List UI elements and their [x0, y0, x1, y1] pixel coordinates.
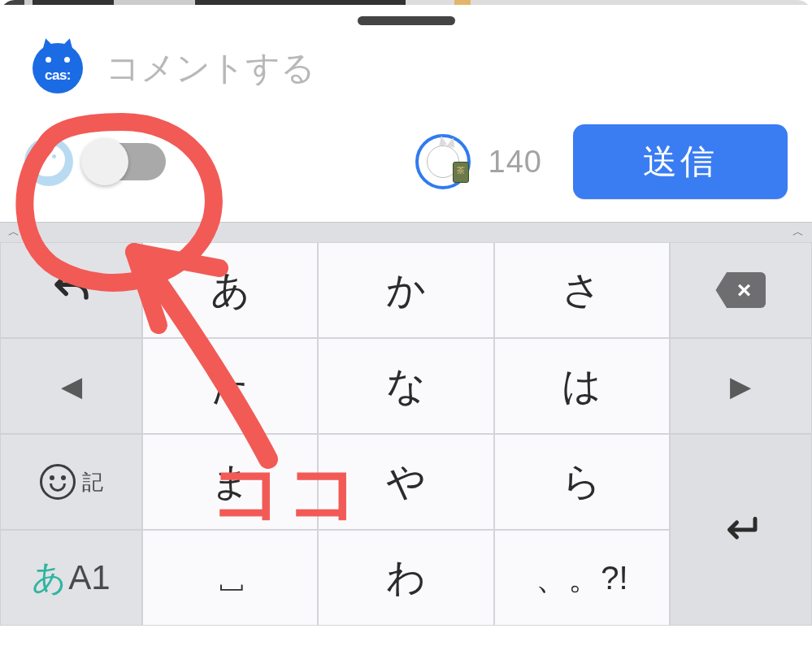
kb-expand-right-icon[interactable]: ︿ [792, 225, 804, 240]
space-icon: ⎵ [220, 556, 240, 600]
controls-row: 140 送信 [0, 118, 812, 222]
emoji-icon [40, 464, 76, 500]
key-undo[interactable] [0, 242, 142, 338]
comment-input[interactable] [106, 49, 779, 88]
key-a[interactable]: あ [142, 242, 318, 338]
key-input-mode[interactable]: あ A1 [0, 530, 142, 626]
key-backspace[interactable]: × [670, 242, 812, 338]
key-cursor-right[interactable]: ▶ [670, 338, 812, 434]
key-ma[interactable]: ま [142, 434, 318, 530]
twitter-share-icon [24, 137, 73, 186]
kb-expand-left-icon[interactable]: ︿ [8, 225, 20, 240]
status-bar-fragment [0, 0, 812, 5]
key-sa[interactable]: さ [494, 242, 670, 338]
backspace-icon: × [715, 272, 766, 308]
key-ta[interactable]: た [142, 338, 318, 434]
char-counter: 140 [489, 145, 542, 180]
tea-icon [453, 162, 469, 183]
key-ka[interactable]: か [318, 242, 493, 338]
key-emoji-symbol[interactable]: 記 [0, 434, 142, 530]
share-toggle[interactable] [85, 143, 166, 180]
key-emoji-sub: 記 [82, 468, 103, 496]
enter-icon [719, 508, 762, 552]
undo-icon [50, 268, 93, 312]
user-avatar-badge[interactable] [415, 134, 471, 189]
key-mode-a: あ [32, 555, 67, 600]
comment-input-row: cas: [0, 43, 812, 118]
send-button[interactable]: 送信 [573, 124, 788, 199]
key-ya[interactable]: や [318, 434, 493, 530]
toggle-knob [81, 138, 128, 185]
key-wa[interactable]: わ [318, 530, 493, 626]
app-avatar: cas: [33, 43, 83, 93]
key-punct[interactable]: 、。?! [494, 530, 670, 626]
key-mode-rest: A1 [68, 558, 110, 597]
key-enter[interactable] [670, 434, 812, 626]
key-cursor-left[interactable]: ◀ [0, 338, 142, 434]
comment-sheet: cas: 140 送信 [0, 5, 812, 222]
key-ra[interactable]: ら [494, 434, 670, 530]
avatar-label: cas: [33, 67, 83, 84]
keyboard: ︿ ︿ あ か さ × ◀ た な は ▶ 記 [0, 222, 812, 626]
sheet-drag-handle[interactable] [358, 16, 455, 25]
key-ha[interactable]: は [494, 338, 670, 434]
key-na[interactable]: な [318, 338, 493, 434]
key-space[interactable]: ⎵ [142, 530, 318, 626]
